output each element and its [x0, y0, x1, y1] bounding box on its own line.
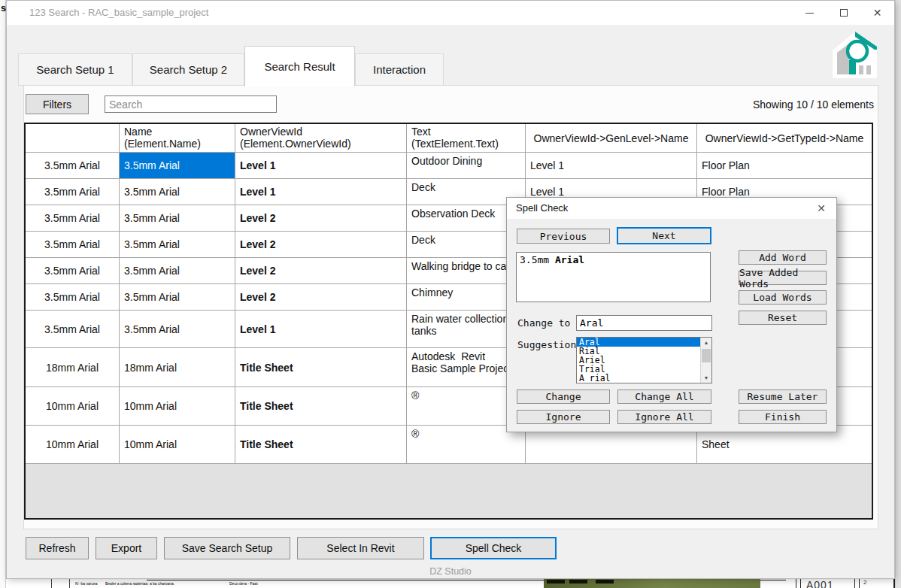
background-sheet-text: Kl -ba sarcea — [75, 582, 97, 586]
row-header-cell[interactable]: 10mm Arial — [26, 387, 120, 426]
scrollbar-thumb[interactable] — [702, 349, 711, 362]
tab-search-setup-1[interactable]: Search Setup 1 — [18, 53, 132, 86]
save-search-setup-button[interactable]: Save Search Setup — [164, 537, 290, 559]
row-header-cell[interactable]: 3.5mm Arial — [26, 179, 120, 205]
table-cell[interactable]: Level 1 — [235, 179, 407, 205]
table-cell[interactable]: 10mm Arial — [120, 426, 235, 464]
add-word-button[interactable]: Add Word — [739, 250, 827, 265]
save-added-words-button[interactable]: Save Added Words — [739, 271, 827, 285]
table-cell[interactable]: 3.5mm Arial — [120, 153, 235, 179]
sheet-border-line — [796, 579, 796, 588]
row-header-cell[interactable]: 3.5mm Arial — [26, 232, 120, 258]
table-cell[interactable]: Title Sheet — [235, 387, 407, 426]
column-header[interactable]: Name(Element.Name) — [120, 124, 235, 153]
minimize-button[interactable] — [793, 1, 827, 25]
change-to-label: Change to — [517, 317, 570, 329]
table-cell[interactable]: 3.5mm Arial — [120, 205, 235, 232]
ignore-all-button[interactable]: Ignore All — [617, 410, 711, 424]
table-cell[interactable]: Level 2 — [235, 284, 407, 311]
table-cell[interactable]: Level 2 — [235, 232, 407, 258]
row-header-cell[interactable]: 3.5mm Arial — [26, 284, 120, 311]
change-all-button[interactable]: Change All — [617, 389, 711, 404]
table-cell[interactable]: Level 1 — [235, 153, 407, 179]
table-cell[interactable]: Title Sheet — [235, 426, 407, 464]
dialog-title-bar: Spell Check ✕ — [507, 198, 836, 219]
filters-button[interactable]: Filters — [26, 94, 89, 114]
column-header[interactable] — [26, 124, 120, 153]
change-to-input[interactable] — [576, 315, 712, 331]
sheet-superscript: 2 — [863, 579, 866, 586]
text-prefix: 3.5mm — [520, 254, 555, 265]
window-title: 123 Search - RAC_basic_sample_project — [29, 7, 208, 18]
tab-interaction[interactable]: Interaction — [355, 53, 444, 86]
ignore-button[interactable]: Ignore — [517, 410, 610, 424]
sheet-border-line — [800, 579, 801, 588]
reset-button[interactable]: Reset — [739, 311, 827, 325]
change-button[interactable]: Change — [517, 389, 610, 404]
spell-check-dialog: Spell Check ✕ Previous Next 3.5mm Arial … — [506, 197, 837, 432]
scroll-up-icon[interactable]: ▲ — [701, 338, 711, 347]
refresh-button[interactable]: Refresh — [26, 537, 89, 559]
column-header[interactable]: OwnerViewId->GetTypeId->Name — [697, 124, 872, 153]
table-cell[interactable]: Outdoor Dining — [407, 153, 526, 179]
table-cell[interactable]: 10mm Arial — [120, 387, 235, 426]
row-header-cell[interactable]: 10mm Arial — [26, 426, 120, 464]
table-row: 3.5mm Arial3.5mm ArialLevel 1Outdoor Din… — [26, 153, 872, 179]
row-header-cell[interactable]: 18mm Arial — [26, 348, 120, 387]
background-revit-sheet: Kl -ba sarceaBealer a cokera raalertaa: … — [6, 579, 895, 588]
table-header-row: Name(Element.Name)OwnerViewId(Element.Ow… — [26, 124, 872, 153]
suggestions-listbox[interactable]: AralRialArielTrialA rial ▲ ▼ — [576, 337, 712, 383]
table-cell[interactable]: 18mm Arial — [120, 348, 235, 387]
misspelled-word: Arial — [555, 254, 584, 265]
finish-button[interactable]: Finish — [739, 410, 827, 424]
close-icon: ✕ — [817, 202, 826, 214]
table-cell[interactable]: Floor Plan — [697, 153, 872, 179]
sheet-grid-line — [69, 579, 70, 588]
tab-search-setup-2[interactable]: Search Setup 2 — [132, 53, 244, 86]
window-controls: ✕ — [793, 1, 894, 25]
scroll-down-icon[interactable]: ▼ — [701, 373, 711, 383]
table-empty-area — [26, 464, 872, 520]
app-logo — [827, 28, 881, 82]
maximize-icon — [840, 9, 848, 17]
table-cell[interactable]: Title Sheet — [235, 348, 407, 387]
select-in-revit-button[interactable]: Select In Revit — [297, 537, 424, 559]
sheet-grid-line — [51, 579, 52, 588]
sheet-border-line — [854, 579, 855, 588]
row-header-cell[interactable]: 3.5mm Arial — [26, 311, 120, 348]
table-cell[interactable]: 3.5mm Arial — [120, 284, 235, 311]
table-cell[interactable]: 3.5mm Arial — [120, 311, 235, 348]
maximize-button[interactable] — [827, 1, 860, 25]
column-header[interactable]: OwnerViewId->GenLevel->Name — [526, 124, 697, 153]
resume-later-button[interactable]: Resume Later — [739, 389, 827, 404]
column-header[interactable]: Text(TextElement.Text) — [407, 124, 526, 153]
load-words-button[interactable]: Load Words — [739, 290, 827, 305]
close-icon: ✕ — [873, 8, 882, 18]
row-header-cell[interactable]: 3.5mm Arial — [26, 205, 120, 232]
suggestions-scrollbar[interactable]: ▲ ▼ — [700, 338, 711, 383]
sheet-rendering-image — [544, 579, 760, 588]
row-header-cell[interactable]: 3.5mm Arial — [26, 258, 120, 284]
table-cell[interactable]: 3.5mm Arial — [120, 232, 235, 258]
rendering-window — [547, 580, 565, 583]
table-cell[interactable]: Level 2 — [235, 205, 407, 232]
suggestions-list: AralRialArielTrialA rial — [577, 338, 700, 383]
table-cell[interactable]: Level 1 — [235, 311, 407, 348]
dialog-close-button[interactable]: ✕ — [806, 198, 836, 219]
column-header[interactable]: OwnerViewId(Element.OwnerViewId) — [235, 124, 407, 153]
next-button[interactable]: Next — [617, 227, 711, 244]
search-input[interactable] — [105, 95, 277, 113]
row-header-cell[interactable]: 3.5mm Arial — [26, 153, 120, 179]
table-cell[interactable]: Level 2 — [235, 258, 407, 284]
suggestion-item[interactable]: A rial — [577, 374, 700, 383]
export-button[interactable]: Export — [96, 537, 157, 559]
checked-text-box[interactable]: 3.5mm Arial — [516, 252, 711, 302]
previous-button[interactable]: Previous — [517, 229, 610, 244]
spell-check-button[interactable]: Spell Check — [430, 537, 557, 559]
tab-search-result[interactable]: Search Result — [244, 46, 355, 86]
table-cell[interactable]: 3.5mm Arial — [120, 258, 235, 284]
table-cell[interactable]: Level 1 — [526, 153, 697, 179]
close-button[interactable]: ✕ — [860, 1, 894, 25]
background-sheet-text: Bealer a cokera raalertaa: a ba charoana… — [105, 582, 174, 586]
table-cell[interactable]: 3.5mm Arial — [120, 179, 235, 205]
